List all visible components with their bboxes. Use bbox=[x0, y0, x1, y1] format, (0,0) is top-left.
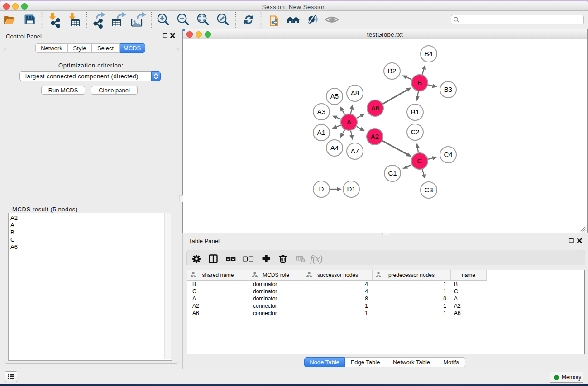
svg-text:A1: A1 bbox=[317, 129, 325, 136]
svg-text:C2: C2 bbox=[411, 128, 419, 136]
svg-text:B3: B3 bbox=[444, 86, 452, 93]
svg-text:A6: A6 bbox=[371, 104, 379, 112]
svg-text:B4: B4 bbox=[425, 50, 433, 57]
svg-text:B: B bbox=[417, 79, 422, 86]
svg-text:A4: A4 bbox=[330, 144, 339, 152]
svg-text:A: A bbox=[347, 118, 351, 126]
svg-text:D: D bbox=[319, 185, 324, 193]
svg-text:C1: C1 bbox=[388, 169, 397, 177]
svg-text:D1: D1 bbox=[347, 185, 355, 193]
svg-text:B1: B1 bbox=[411, 108, 419, 116]
svg-text:C: C bbox=[417, 157, 422, 165]
svg-text:C3: C3 bbox=[424, 186, 433, 194]
svg-text:B2: B2 bbox=[388, 67, 396, 75]
svg-text:A8: A8 bbox=[351, 89, 359, 97]
svg-text:A2: A2 bbox=[371, 133, 379, 140]
svg-text:A7: A7 bbox=[351, 147, 359, 155]
svg-text:C4: C4 bbox=[444, 151, 452, 158]
svg-text:A3: A3 bbox=[317, 108, 325, 115]
svg-text:f(x): f(x) bbox=[310, 254, 323, 264]
svg-text:A5: A5 bbox=[330, 92, 339, 100]
